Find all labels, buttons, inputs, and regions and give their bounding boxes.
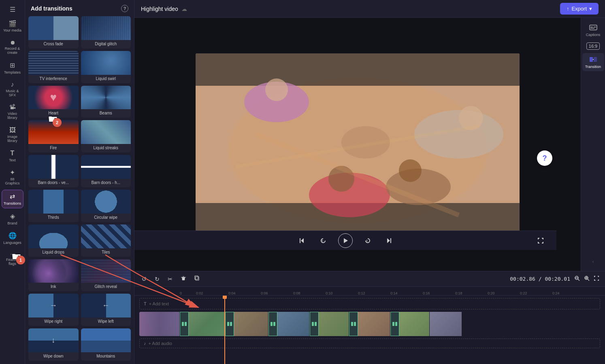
transition-wipe-down[interactable]: ↓ Wipe down xyxy=(28,328,79,361)
clip-5[interactable] xyxy=(319,312,349,336)
nav-record[interactable]: ⏺ Record & create xyxy=(2,37,23,57)
nav-features[interactable]: ··· Feature flags xyxy=(2,249,23,269)
transition-ink-thumb xyxy=(28,259,79,283)
nav-languages[interactable]: 🌐 Languages xyxy=(2,229,23,247)
delete-button[interactable] xyxy=(178,274,189,284)
transition-digital-glitch[interactable]: Digital glitch xyxy=(81,16,131,49)
transition-tiles[interactable]: Tiles xyxy=(81,224,131,257)
transition-barn-doors-v-label: Barn doors - ve... xyxy=(28,179,79,187)
skip-forward-button[interactable] xyxy=(383,235,395,247)
transition-barn-doors-h[interactable]: Barn doors - h... xyxy=(81,155,131,187)
transition-heart[interactable]: ♥ Heart xyxy=(28,86,79,118)
svg-rect-41 xyxy=(351,322,353,326)
transition-beams-label: Beams xyxy=(81,109,131,118)
transition-glitch-reveal-label: Glitch reveal xyxy=(81,283,131,291)
transition-liquid-streaks-thumb xyxy=(81,120,131,144)
add-text-track[interactable]: T + Add text xyxy=(139,298,600,309)
ruler-label-04: 0:04 xyxy=(228,291,236,295)
transition-cross-fade[interactable]: Cross fade xyxy=(28,16,79,49)
video-track-clips xyxy=(139,312,600,336)
video-track xyxy=(139,312,600,336)
zoom-in-button[interactable] xyxy=(583,275,590,284)
transition-barn-doors-h-thumb xyxy=(81,155,131,179)
transition-liquid-streaks[interactable]: Liquid streaks xyxy=(81,120,131,152)
ruler-label-018: 0:18 xyxy=(455,291,462,295)
clip-6[interactable] xyxy=(358,312,390,336)
nav-menu[interactable]: ☰ xyxy=(2,3,23,16)
transition-wipe-right[interactable]: → Wipe right xyxy=(28,294,79,326)
copy-button[interactable] xyxy=(192,274,202,284)
fullscreen-button[interactable] xyxy=(535,235,547,247)
transition-wipe-left[interactable]: ← Wipe left xyxy=(81,294,131,326)
nav-music[interactable]: ♪ Music & SFX xyxy=(2,78,23,100)
add-text-label: + Add text xyxy=(149,301,169,306)
export-icon: ↑ xyxy=(567,6,569,12)
zoom-out-button[interactable] xyxy=(573,275,581,284)
transition-fire[interactable]: Fire xyxy=(28,120,79,152)
svg-marker-16 xyxy=(344,238,348,243)
cut-button[interactable]: ✂ xyxy=(165,274,175,284)
play-icon xyxy=(343,238,348,243)
nav-image-library[interactable]: 🖼 Image library xyxy=(2,124,23,146)
clip-8[interactable] xyxy=(430,312,462,336)
svg-rect-25 xyxy=(195,276,198,279)
copy-icon xyxy=(194,275,200,281)
nav-templates[interactable]: ⊞ Templates xyxy=(2,59,23,77)
transition-liquid-swirl[interactable]: Liquid swirl xyxy=(81,51,131,83)
transition-beams[interactable]: Beams xyxy=(81,86,131,118)
svg-point-11 xyxy=(399,159,422,182)
transition-ink[interactable]: Ink xyxy=(28,259,79,292)
clip-2[interactable] xyxy=(189,312,225,336)
nav-video-library[interactable]: 📽 Video library xyxy=(2,101,23,123)
transition-wipe-right-label: Wipe right xyxy=(28,317,79,326)
aspect-ratio-badge[interactable]: 16:9 xyxy=(586,42,600,50)
transition-glitch-reveal[interactable]: Glitch reveal xyxy=(81,259,131,292)
transition-tv-interference[interactable]: TV interference xyxy=(28,51,79,83)
clip-3[interactable] xyxy=(234,312,268,336)
fit-timeline-button[interactable] xyxy=(593,275,600,284)
rewind-5-button[interactable]: 5 xyxy=(317,235,329,247)
svg-rect-38 xyxy=(273,322,275,326)
transition-thirds[interactable]: Thirds xyxy=(28,190,79,222)
svg-rect-36 xyxy=(230,322,232,326)
clip-4[interactable] xyxy=(277,312,310,336)
nav-text[interactable]: T Text xyxy=(2,147,23,165)
transition-mountains-label: Mountains xyxy=(81,352,131,361)
transition-circular-wipe[interactable]: Circular wipe xyxy=(81,190,131,222)
nav-brand[interactable]: ◈ Brand xyxy=(2,210,23,228)
nav-transitions[interactable]: ⇄ Transitions xyxy=(2,190,23,208)
redo-button[interactable]: ↻ xyxy=(152,274,162,284)
nav-your-media[interactable]: 🎬 Your media xyxy=(2,17,23,35)
top-bar: Highlight video ☁ ↑ Export ▾ xyxy=(134,0,605,18)
transition-digital-glitch-label: Digital glitch xyxy=(81,40,131,49)
transition-mountains[interactable]: Mountains xyxy=(81,328,131,361)
video-preview xyxy=(196,53,520,235)
play-button[interactable] xyxy=(338,233,353,248)
ruler-marks: 0 0:02 0:04 0:06 0:08 0:10 0:12 0:14 0:1… xyxy=(134,287,605,295)
transition-barn-doors-v[interactable]: Barn doors - ve... xyxy=(28,155,79,187)
ruler-label-06: 0:06 xyxy=(261,291,268,295)
collapse-right-icon[interactable]: ‹ xyxy=(592,259,594,265)
clip-1[interactable] xyxy=(139,312,180,336)
undo-button[interactable]: ↺ xyxy=(139,274,149,284)
languages-icon: 🌐 xyxy=(9,232,17,239)
right-panel-transition[interactable]: Transition xyxy=(582,53,604,71)
add-audio-track[interactable]: ♪ + Add audio xyxy=(139,339,600,348)
help-bubble[interactable]: ? xyxy=(537,150,552,166)
save-status-icon: ☁ xyxy=(181,6,187,12)
right-panel-captions[interactable]: Captions xyxy=(582,21,604,39)
transition-liquid-drops[interactable]: Liquid drops xyxy=(28,224,79,257)
svg-rect-22 xyxy=(590,57,593,62)
nav-graphics[interactable]: ✦ 88 Graphics xyxy=(2,166,23,188)
forward-5-button[interactable]: 5 xyxy=(362,235,374,247)
transition-icon-3 xyxy=(271,322,275,326)
help-icon[interactable]: ? xyxy=(121,5,128,12)
nav-record-label: Record & create xyxy=(3,47,22,55)
transition-marker-2 xyxy=(225,312,234,336)
transition-icon-4 xyxy=(312,322,317,326)
skip-forward-icon xyxy=(386,237,392,244)
export-button[interactable]: ↑ Export ▾ xyxy=(560,3,599,15)
skip-back-button[interactable] xyxy=(296,235,308,247)
clip-7[interactable] xyxy=(399,312,430,336)
brand-icon: ◈ xyxy=(10,212,15,220)
